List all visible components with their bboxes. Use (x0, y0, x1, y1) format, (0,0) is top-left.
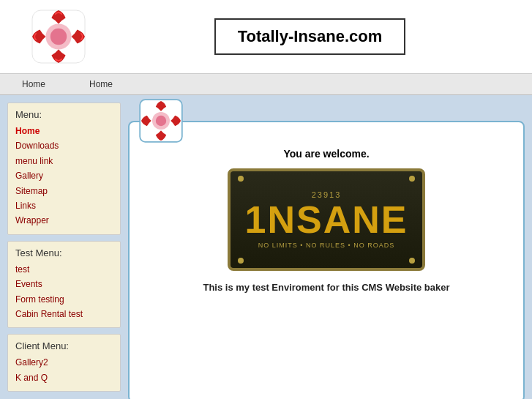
menu-link-links[interactable]: Links (15, 198, 113, 213)
plate-bolt-br (409, 258, 415, 264)
menu-link-events[interactable]: Events (15, 277, 113, 291)
nav-home2[interactable]: Home (67, 77, 135, 92)
menu-box-main: Menu: Home Downloads menu link Gallery S… (7, 102, 121, 235)
sidebar: Menu: Home Downloads menu link Gallery S… (7, 102, 121, 399)
menu-link-home[interactable]: Home (15, 124, 113, 138)
header: Totally-Insane.com (0, 0, 532, 74)
plate-bolt-tl (238, 176, 244, 182)
navbar: Home Home (0, 74, 532, 95)
nav-home[interactable]: Home (0, 77, 67, 92)
floating-icon-area (139, 99, 183, 145)
plate-main-text: 1NSANE (245, 201, 408, 239)
svg-point-2 (50, 29, 67, 45)
menu-title-client: Client Menu: (15, 340, 113, 351)
plate-bolt-bl (238, 258, 244, 264)
menu-link-formtesting[interactable]: Form testing (15, 292, 113, 307)
main-content: Menu: Home Downloads menu link Gallery S… (0, 95, 532, 399)
menu-box-test: Test Menu: test Events Form testing Cabi… (7, 241, 121, 329)
caption-text: This is my test Enviroment for this CMS … (203, 282, 449, 293)
menu-link-kandq[interactable]: K and Q (15, 370, 113, 385)
svg-point-5 (156, 116, 166, 126)
menu-link-cabinrental[interactable]: Cabin Rental test (15, 307, 113, 321)
license-plate: 23913 1NSANE NO LIMITS • NO RULES • NO R… (228, 168, 425, 271)
menu-box-client: Client Menu: Gallery2 K and Q (7, 334, 121, 392)
menu-title-main: Menu: (15, 109, 113, 120)
logo-icon (29, 7, 88, 66)
menu-link-wrapper[interactable]: Wrapper (15, 213, 113, 228)
welcome-text: You are welcome. (283, 148, 369, 160)
menu-link-sitemap[interactable]: Sitemap (15, 184, 113, 198)
plate-sub-text: NO LIMITS • NO RULES • NO ROADS (258, 242, 394, 249)
content-panel: You are welcome. 23913 1NSANE NO LIMITS … (128, 121, 525, 399)
menu-title-test: Test Menu: (15, 247, 113, 258)
menu-link-gallery[interactable]: Gallery (15, 168, 113, 183)
menu-link-menulink[interactable]: menu link (15, 154, 113, 168)
logo-area (15, 7, 102, 66)
menu-link-test[interactable]: test (15, 262, 113, 277)
plate-bolt-tr (409, 176, 415, 182)
site-title-area: Totally-Insane.com (102, 18, 517, 55)
site-title: Totally-Insane.com (214, 18, 406, 55)
menu-link-gallery2[interactable]: Gallery2 (15, 355, 113, 370)
small-logo-icon (139, 99, 183, 143)
menu-link-downloads[interactable]: Downloads (15, 138, 113, 153)
